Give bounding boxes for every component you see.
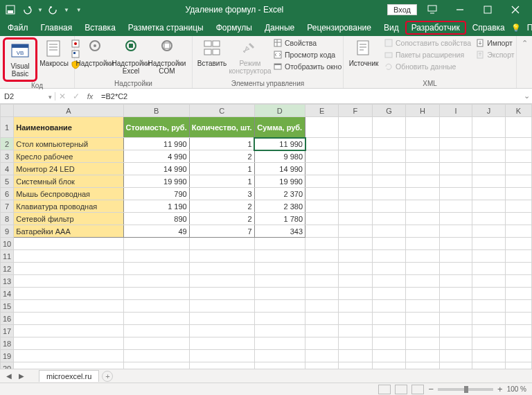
tab-review[interactable]: Рецензирование <box>301 21 378 35</box>
cell[interactable]: Батарейки AAA <box>14 225 123 238</box>
cell[interactable] <box>123 238 189 250</box>
undo-icon[interactable] <box>21 3 33 16</box>
cell[interactable] <box>439 350 472 362</box>
header-cell[interactable]: Стоимость, руб. <box>123 117 189 138</box>
cell[interactable]: 11 990 <box>123 138 189 150</box>
cell[interactable]: Мышь беспроводная <box>14 188 123 200</box>
cell[interactable] <box>305 238 339 250</box>
cell[interactable] <box>439 200 472 213</box>
cell[interactable] <box>439 337 472 350</box>
cell[interactable] <box>406 117 440 138</box>
cell[interactable] <box>14 250 123 263</box>
cell[interactable] <box>339 288 372 300</box>
cell[interactable] <box>305 350 339 362</box>
cell[interactable] <box>406 313 440 325</box>
cell[interactable] <box>506 325 532 337</box>
cell[interactable] <box>372 150 406 163</box>
cell[interactable]: 1 190 <box>123 200 189 213</box>
col-header[interactable]: H <box>406 105 440 117</box>
tellme-text[interactable]: Помощ... <box>521 21 532 35</box>
cell[interactable] <box>472 225 506 238</box>
cell[interactable] <box>14 238 123 250</box>
macros-button[interactable]: Макросы <box>39 37 69 69</box>
cell[interactable] <box>406 163 440 175</box>
cell[interactable] <box>439 250 472 263</box>
row-header[interactable]: 18 <box>1 337 14 350</box>
header-cell[interactable]: Сумма, руб. <box>254 117 305 138</box>
cell[interactable] <box>254 325 305 337</box>
cell[interactable] <box>254 238 305 250</box>
cell[interactable] <box>372 200 406 213</box>
cell[interactable] <box>506 138 532 150</box>
cell[interactable]: 1 780 <box>254 213 305 225</box>
cell[interactable]: 890 <box>123 213 189 225</box>
cell[interactable] <box>305 163 339 175</box>
cell[interactable] <box>472 138 506 150</box>
cell[interactable] <box>506 263 532 275</box>
cell[interactable]: 2 <box>189 213 254 225</box>
cell[interactable] <box>472 325 506 337</box>
cell[interactable] <box>339 138 372 150</box>
cell[interactable] <box>506 275 532 288</box>
zoom-level[interactable]: 100 % <box>507 385 526 393</box>
cell[interactable] <box>254 288 305 300</box>
cell[interactable] <box>372 263 406 275</box>
cell[interactable] <box>472 250 506 263</box>
cell[interactable] <box>305 275 339 288</box>
cell[interactable]: Стол компьютерный <box>14 138 123 150</box>
cell[interactable] <box>339 238 372 250</box>
cell[interactable] <box>305 288 339 300</box>
insert-control-button[interactable]: Вставить <box>195 37 229 69</box>
cell[interactable] <box>406 213 440 225</box>
cell[interactable] <box>339 275 372 288</box>
cell[interactable] <box>372 188 406 200</box>
enter-formula-icon[interactable]: ✓ <box>69 91 83 101</box>
cell[interactable] <box>123 250 189 263</box>
cell[interactable] <box>305 250 339 263</box>
cell[interactable] <box>123 263 189 275</box>
cell[interactable] <box>189 337 254 350</box>
cell[interactable]: 14 990 <box>123 163 189 175</box>
cell[interactable] <box>339 150 372 163</box>
cell[interactable] <box>339 163 372 175</box>
cell[interactable] <box>406 300 440 313</box>
col-header[interactable]: C <box>189 105 254 117</box>
cell[interactable] <box>254 300 305 313</box>
cell[interactable] <box>506 350 532 362</box>
cell[interactable] <box>254 275 305 288</box>
cell[interactable] <box>14 263 123 275</box>
sheet-nav-prev-icon[interactable]: ◀ <box>4 372 14 380</box>
addins-button[interactable]: Надстройки <box>78 37 112 69</box>
cell[interactable] <box>472 275 506 288</box>
cell[interactable] <box>372 350 406 362</box>
cell[interactable] <box>472 238 506 250</box>
cell[interactable] <box>14 313 123 325</box>
cell[interactable] <box>439 300 472 313</box>
cell[interactable]: 19 990 <box>123 175 189 188</box>
cell[interactable] <box>372 288 406 300</box>
cell[interactable] <box>14 350 123 362</box>
cell[interactable]: 4 990 <box>123 150 189 163</box>
cell[interactable]: 49 <box>123 225 189 238</box>
cell[interactable] <box>472 117 506 138</box>
cell[interactable] <box>372 138 406 150</box>
cell[interactable] <box>339 350 372 362</box>
cell[interactable]: 2 <box>189 200 254 213</box>
cell[interactable] <box>339 300 372 313</box>
cell[interactable] <box>439 288 472 300</box>
cell[interactable] <box>123 350 189 362</box>
cell[interactable] <box>506 213 532 225</box>
cell[interactable] <box>406 337 440 350</box>
cell[interactable] <box>506 175 532 188</box>
col-header[interactable]: F <box>339 105 372 117</box>
cell[interactable] <box>339 250 372 263</box>
cell[interactable] <box>339 200 372 213</box>
cell[interactable] <box>123 313 189 325</box>
import-button[interactable]: Импорт <box>474 37 515 49</box>
cell[interactable] <box>14 300 123 313</box>
export-button[interactable]: Экспорт <box>474 49 515 60</box>
row-header[interactable]: 10 <box>1 238 14 250</box>
cell[interactable] <box>372 337 406 350</box>
cell[interactable] <box>372 225 406 238</box>
cell[interactable] <box>305 175 339 188</box>
